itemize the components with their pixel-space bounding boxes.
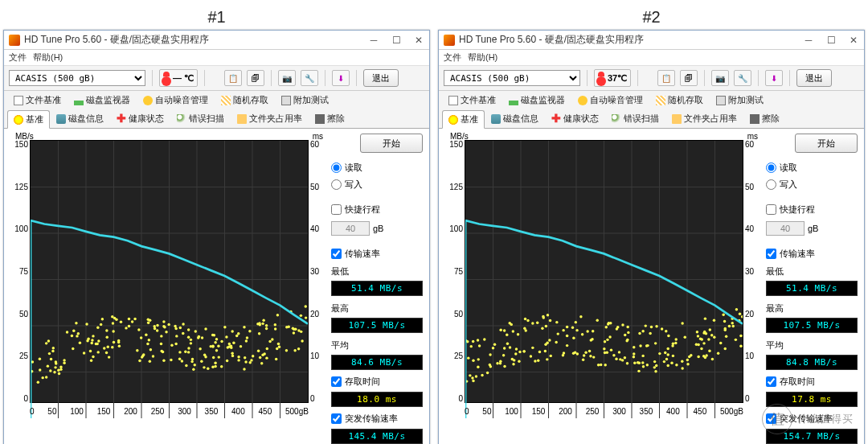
copy-screenshot-button[interactable]: 🗐: [680, 70, 698, 86]
svg-point-44: [300, 314, 302, 317]
maximize-button[interactable]: ☐: [391, 35, 402, 46]
exit-button[interactable]: 退出: [363, 69, 399, 87]
transfer-rate-check[interactable]: [331, 249, 342, 259]
avg-label: 平均: [328, 338, 426, 352]
start-button[interactable]: 开始: [795, 134, 858, 153]
write-radio[interactable]: [766, 179, 776, 190]
svg-point-440: [627, 331, 629, 334]
read-radio[interactable]: [766, 162, 776, 173]
tab-健康状态[interactable]: ✚健康状态: [545, 109, 605, 128]
tab-附加测试[interactable]: 附加测试: [710, 91, 770, 109]
svg-point-66: [246, 336, 248, 339]
screenshot-button[interactable]: 📷: [711, 70, 729, 86]
svg-point-414: [517, 333, 519, 335]
svg-point-275: [502, 354, 505, 356]
svg-point-303: [637, 370, 640, 372]
svg-point-271: [472, 360, 474, 362]
short-stroke-label: 快捷行程: [780, 204, 815, 216]
drive-select[interactable]: ACASIS (500 gB): [9, 70, 145, 86]
short-stroke-check[interactable]: [766, 204, 776, 215]
minimize-button[interactable]: ─: [368, 35, 379, 46]
menu-file[interactable]: 文件: [444, 51, 461, 64]
tab-健康状态[interactable]: ✚健康状态: [110, 109, 170, 128]
svg-point-137: [160, 343, 162, 345]
svg-point-442: [624, 334, 626, 336]
tab-文件夹占用率[interactable]: 文件夹占用率: [665, 109, 743, 128]
tab-基准[interactable]: 基准: [442, 110, 485, 129]
close-button[interactable]: ✕: [848, 35, 859, 46]
burst-rate-check[interactable]: [331, 413, 342, 424]
tab-自动噪音管理[interactable]: 自动噪音管理: [571, 91, 649, 109]
svg-point-102: [278, 346, 280, 348]
svg-point-185: [231, 330, 233, 332]
minimize-button[interactable]: ─: [803, 35, 814, 46]
tab-文件基准[interactable]: 文件基准: [442, 91, 502, 109]
tab-错误扫描[interactable]: 错误扫描: [170, 109, 231, 128]
menu-help[interactable]: 帮助(H): [468, 51, 497, 64]
svg-point-426: [671, 344, 674, 347]
plus-icon: ✚: [117, 114, 126, 124]
doc-icon: [14, 96, 23, 105]
tab-随机存取[interactable]: 随机存取: [215, 91, 275, 109]
svg-point-79: [178, 351, 181, 353]
start-button[interactable]: 开始: [360, 134, 423, 153]
svg-point-49: [118, 345, 121, 347]
svg-point-204: [152, 355, 154, 357]
svg-point-416: [665, 330, 667, 332]
svg-point-106: [147, 322, 149, 324]
tab-基准[interactable]: 基准: [7, 110, 50, 129]
tab-自动噪音管理[interactable]: 自动噪音管理: [137, 91, 215, 109]
tab-磁盘信息[interactable]: 磁盘信息: [50, 109, 110, 128]
copy-info-button[interactable]: 📋: [657, 70, 675, 86]
svg-point-408: [550, 355, 552, 357]
tab-磁盘信息[interactable]: 磁盘信息: [485, 109, 545, 128]
screenshot-button[interactable]: 📷: [278, 70, 296, 86]
access-time-check[interactable]: [331, 376, 342, 387]
write-radio[interactable]: [331, 179, 342, 190]
tab-错误扫描[interactable]: 错误扫描: [605, 109, 665, 128]
copy-info-button[interactable]: 📋: [224, 70, 242, 86]
tab-附加测试[interactable]: 附加测试: [275, 91, 335, 109]
tab-磁盘监视器[interactable]: 磁盘监视器: [68, 91, 137, 109]
short-stroke-check[interactable]: [331, 204, 342, 215]
svg-point-261: [562, 329, 564, 331]
save-button[interactable]: ⬇: [765, 70, 783, 86]
svg-point-85: [107, 346, 109, 348]
close-button[interactable]: ✕: [413, 35, 424, 46]
mag-icon: [612, 114, 621, 124]
menu-file[interactable]: 文件: [9, 51, 27, 64]
read-radio[interactable]: [331, 162, 342, 173]
menu-help[interactable]: 帮助(H): [33, 51, 63, 64]
svg-point-212: [228, 345, 231, 347]
tab-文件夹占用率[interactable]: 文件夹占用率: [231, 109, 309, 128]
disk-icon: [56, 114, 66, 124]
tab-擦除[interactable]: 擦除: [309, 109, 351, 128]
tab-文件基准[interactable]: 文件基准: [7, 91, 68, 109]
short-stroke-value: [766, 221, 805, 236]
tab-磁盘监视器[interactable]: 磁盘监视器: [502, 91, 571, 109]
burst-rate-check[interactable]: [766, 413, 776, 424]
copy-screenshot-button[interactable]: 🗐: [247, 70, 264, 86]
del-icon: [315, 114, 325, 124]
drive-select[interactable]: ACASIS (500 gB): [444, 70, 580, 86]
svg-point-177: [191, 358, 194, 360]
rnd-icon: [221, 96, 231, 105]
options-button[interactable]: 🔧: [734, 70, 751, 86]
maximize-button[interactable]: ☐: [825, 35, 837, 46]
svg-point-374: [472, 340, 474, 343]
svg-point-265: [654, 342, 657, 344]
access-time-check[interactable]: [766, 376, 776, 387]
transfer-rate-check[interactable]: [766, 249, 776, 259]
svg-point-347: [574, 352, 576, 354]
save-button[interactable]: ⬇: [332, 70, 350, 86]
svg-point-69: [37, 380, 39, 383]
exit-button[interactable]: 退出: [796, 69, 832, 87]
options-button[interactable]: 🔧: [301, 70, 318, 86]
svg-point-83: [215, 338, 218, 340]
tab-随机存取[interactable]: 随机存取: [649, 91, 710, 109]
svg-point-464: [512, 330, 514, 332]
svg-point-215: [51, 350, 54, 352]
tab-擦除[interactable]: 擦除: [743, 109, 786, 128]
toolbar: ACASIS (500 gB) 37℃ 📋 🗐 📷 🔧 ⬇ 退出: [439, 66, 864, 91]
svg-point-358: [699, 338, 702, 340]
